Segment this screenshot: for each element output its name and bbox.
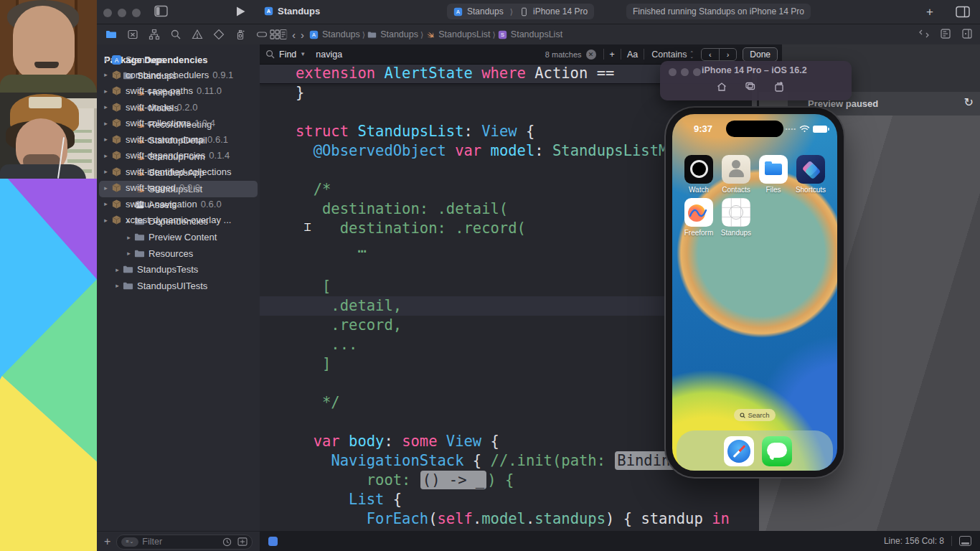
screenshot-icon[interactable] — [745, 81, 756, 93]
package-item[interactable]: ▸swift-dependencies0.1.4 — [97, 148, 260, 164]
filter-field[interactable]: ≡⌄ Filter — [116, 534, 253, 550]
forward-icon[interactable]: › — [301, 29, 304, 41]
sidebar-item-standups[interactable]: ▾AStandups — [97, 52, 260, 68]
standups-app-icon[interactable] — [722, 198, 750, 227]
zoom-window-icon[interactable] — [693, 68, 701, 76]
source-control-navigator-icon[interactable] — [126, 27, 139, 41]
freeform-app-icon[interactable] — [684, 198, 713, 227]
disclosure-closed-icon[interactable]: ▸ — [124, 234, 133, 241]
recent-files-clock-icon[interactable] — [222, 537, 232, 547]
shortcuts-app-icon[interactable] — [796, 155, 825, 184]
minimap-icon[interactable] — [940, 28, 951, 39]
files-app-icon[interactable] — [759, 155, 788, 184]
disclosure-closed-icon[interactable]: ▸ — [101, 71, 110, 78]
find-mode-dropdown[interactable]: Find▼ — [279, 50, 306, 60]
contacts-app-icon[interactable] — [722, 155, 750, 184]
done-button[interactable]: Done — [743, 47, 778, 62]
disclosure-closed-icon[interactable]: ▸ — [101, 217, 110, 224]
find-previous-button[interactable]: ‹ — [702, 49, 720, 60]
editor-layout-icon[interactable] — [956, 6, 970, 18]
match-case-button[interactable]: Aa — [627, 50, 638, 60]
find-input[interactable]: naviga — [316, 50, 545, 60]
close-window-icon[interactable] — [669, 68, 677, 76]
related-items-icon[interactable] — [268, 28, 281, 42]
messages-app-icon[interactable] — [762, 436, 792, 466]
package-item[interactable]: ▸swift-collections1.0.4 — [97, 116, 260, 132]
chevron-right-icon: ⟩ — [420, 30, 423, 39]
clear-search-icon[interactable]: ✕ — [586, 50, 596, 60]
home-icon[interactable] — [716, 81, 727, 93]
disclosure-closed-icon[interactable]: ▸ — [101, 200, 110, 207]
add-pattern-button[interactable]: + — [610, 50, 615, 60]
package-name: swift-dependencies — [126, 150, 205, 161]
sidebar-item-label: Standups — [126, 55, 165, 65]
symbol-navigator-icon[interactable] — [147, 27, 161, 41]
package-item[interactable]: ▸swift-case-paths0.11.0 — [97, 83, 260, 100]
rotate-icon[interactable] — [773, 81, 785, 93]
package-item[interactable]: ▸xctest-dynamic-overlay ... — [97, 212, 260, 229]
iphone-simulator[interactable]: 9:37 •••• WatchContactsFilesShortcutsFre… — [666, 108, 844, 477]
add-editor-icon[interactable] — [961, 28, 973, 39]
source-control-status-icon[interactable] — [237, 537, 248, 546]
breadcrumb-item[interactable]: AStandups — [309, 29, 360, 39]
issue-navigator-icon[interactable] — [190, 27, 204, 41]
close-window-icon[interactable] — [103, 9, 112, 17]
add-tab-button[interactable]: + — [926, 5, 933, 19]
safari-app-icon[interactable] — [724, 436, 754, 466]
sidebar-item-resources[interactable]: ▸Resources — [97, 245, 260, 262]
disclosure-closed-icon[interactable]: ▸ — [101, 168, 110, 175]
disclosure-closed-icon[interactable]: ▸ — [124, 250, 133, 257]
package-item[interactable]: ▸swift-tagged0.9.0 — [97, 180, 260, 197]
breakpoint-navigator-icon[interactable] — [255, 27, 268, 41]
disclosure-closed-icon[interactable]: ▸ — [101, 184, 110, 192]
scheme-selector[interactable]: A Standups ⟩ iPhone 14 Pro — [447, 4, 594, 19]
watch-app-icon[interactable] — [684, 155, 713, 184]
sidebar-item-preview-content[interactable]: ▸Preview Content — [97, 230, 260, 246]
back-icon[interactable]: ‹ — [292, 29, 296, 41]
package-item[interactable]: ▸swift-clocks0.2.0 — [97, 99, 260, 116]
disclosure-closed-icon[interactable]: ▸ — [101, 136, 110, 143]
disclosure-open-icon[interactable]: ▾ — [101, 56, 110, 63]
breadcrumb-item[interactable]: Standups — [367, 29, 418, 39]
test-navigator-icon[interactable] — [212, 27, 225, 41]
code-line[interactable]: ForEach(self.model.standups) { standup i… — [260, 509, 759, 529]
spotlight-search-pill[interactable]: Search — [734, 409, 776, 421]
debug-navigator-icon[interactable] — [233, 27, 247, 41]
zoom-window-icon[interactable] — [132, 9, 141, 17]
breadcrumb-item[interactable]: StandupsList — [425, 29, 490, 39]
find-next-button[interactable]: › — [720, 49, 737, 60]
breakpoints-toggle-icon[interactable] — [268, 537, 278, 546]
breadcrumb-item[interactable]: SStandupsList — [498, 29, 562, 39]
package-item[interactable]: ▸swiftui-navigation0.6.0 — [97, 196, 260, 212]
sidebar-toggle-icon[interactable] — [154, 5, 168, 17]
disclosure-closed-icon[interactable]: ▸ — [113, 266, 122, 273]
match-mode-dropdown[interactable]: Contains ⌃⌄ — [651, 50, 694, 60]
disclosure-closed-icon[interactable]: ▸ — [101, 120, 110, 127]
breadcrumb[interactable]: AStandups⟩Standups⟩StandupsList⟩SStandup… — [309, 29, 562, 39]
sidebar-item-standupstests[interactable]: ▸StandupsTests — [97, 262, 260, 278]
minimize-window-icon[interactable] — [681, 68, 689, 76]
window-controls[interactable] — [103, 7, 146, 20]
find-navigator-icon[interactable] — [169, 27, 182, 41]
simulator-titlebar[interactable]: iPhone 14 Pro – iOS 16.2 — [660, 61, 852, 100]
editor-bottom-bar-icon[interactable] — [959, 536, 971, 546]
package-item[interactable]: ▸swift-custom-dump0.6.1 — [97, 131, 260, 148]
sidebar-item-standupsuitests[interactable]: ▸StandupsUITests — [97, 278, 260, 294]
package-icon — [111, 215, 122, 225]
project-navigator-icon[interactable] — [104, 27, 118, 41]
disclosure-closed-icon[interactable]: ▸ — [101, 103, 110, 110]
app-scheme-icon: A — [453, 7, 463, 17]
refresh-icon[interactable]: ↻ — [964, 95, 974, 109]
add-file-button[interactable]: + — [104, 535, 110, 548]
package-item[interactable]: ▸combine-schedulers0.9.1 — [97, 67, 260, 83]
code-review-icon[interactable] — [918, 28, 930, 39]
package-item[interactable]: ▸swift-identified-collections — [97, 164, 260, 180]
disclosure-closed-icon[interactable]: ▸ — [113, 282, 122, 289]
disclosure-closed-icon[interactable]: ▸ — [101, 152, 110, 159]
run-button[interactable] — [235, 6, 246, 17]
simulator-window-controls[interactable] — [669, 66, 705, 79]
iphone-screen[interactable]: 9:37 •••• WatchContactsFilesShortcutsFre… — [672, 114, 837, 471]
code-line[interactable]: List { — [260, 490, 759, 509]
disclosure-closed-icon[interactable]: ▸ — [101, 88, 110, 95]
minimize-window-icon[interactable] — [118, 9, 126, 17]
